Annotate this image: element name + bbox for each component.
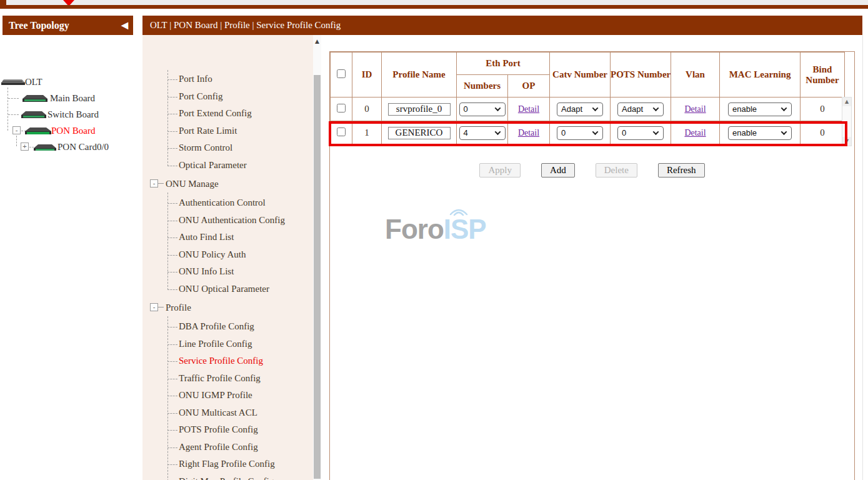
menu-item-dba-profile-config[interactable]: DBA Profile Config	[179, 321, 254, 332]
tree-node-switch-board[interactable]: Switch Board	[47, 109, 99, 120]
chevron-down-icon	[494, 105, 501, 111]
top-strip	[0, 0, 868, 5]
cell-id: 0	[352, 98, 382, 121]
menu-item-auto-find-list[interactable]: Auto Find List	[179, 232, 234, 242]
select-all-checkbox[interactable]	[337, 69, 346, 78]
menu-item-digit-map-profile-config[interactable]: Digit Map Profile Config	[179, 476, 274, 480]
profile-name-input[interactable]	[388, 103, 451, 116]
top-strip-accent	[0, 0, 6, 5]
board-device-icon	[21, 110, 46, 119]
tree-topology-title: Tree Topology	[9, 20, 69, 31]
menu-item-onu-policy-auth[interactable]: ONU Policy Auth	[179, 249, 246, 260]
col-header-bind-number: Bind Number	[801, 52, 845, 98]
breadcrumb: OLT | PON Board | Profile | Service Prof…	[142, 16, 862, 35]
menu-item-onu-igmp-profile[interactable]: ONU IGMP Profile	[179, 390, 252, 401]
apply-button[interactable]: Apply	[479, 163, 521, 178]
menu-item-storm-control[interactable]: Storm Control	[179, 142, 232, 153]
menu-item-port-extend-config[interactable]: Port Extend Config	[179, 108, 252, 119]
menu-node-profile[interactable]: Profile	[166, 302, 191, 313]
table-row: 0 0 Detail Adapt Adapt Detail enable 0	[331, 98, 845, 121]
panel-collapse-icon[interactable]: ◀	[121, 16, 128, 35]
row-checkbox[interactable]	[337, 104, 346, 112]
menu-item-port-rate-limit[interactable]: Port Rate Limit	[179, 126, 237, 136]
device-tree: OLT Main Board Switch Board - PON Board	[0, 35, 133, 480]
col-header-mac-learning: MAC Learning	[720, 52, 801, 98]
card-device-icon	[34, 142, 56, 151]
scrollbar-up-arrow-icon[interactable]: ▲	[842, 98, 851, 106]
olt-web-manager: Tree Topology ◀ OLT | PON Board | Profil…	[0, 0, 868, 480]
op-detail-link[interactable]: Detail	[518, 104, 539, 114]
menu-item-agent-profile-config[interactable]: Agent Profile Config	[179, 442, 258, 452]
col-header-numbers: Numbers	[457, 75, 508, 98]
menu-item-onu-authentication-config[interactable]: ONU Authentication Config	[179, 215, 285, 226]
menu-node-onu-manage[interactable]: ONU Manage	[166, 179, 219, 189]
menu-item-traffic-profile-config[interactable]: Traffic Profile Config	[179, 373, 261, 384]
function-menu: Port Info Port Config Port Extend Config…	[142, 35, 321, 480]
menu-scrollbar[interactable]: ▲	[313, 35, 321, 480]
tree-connector	[16, 136, 17, 146]
mac-learning-select[interactable]: enable	[728, 102, 792, 116]
menu-item-optical-parameter[interactable]: Optical Parameter	[179, 160, 247, 171]
top-divider-bar	[0, 5, 868, 9]
chevron-down-icon	[592, 105, 599, 111]
tree-node-olt[interactable]: OLT	[25, 77, 42, 88]
menu-item-pots-profile-config[interactable]: POTS Profile Config	[179, 424, 258, 435]
foroisp-watermark: ForoISP	[385, 214, 486, 245]
chevron-down-icon	[653, 105, 659, 111]
col-header-op: OP	[508, 75, 550, 98]
menu-item-line-profile-config[interactable]: Line Profile Config	[179, 339, 252, 349]
tree-topology-header: Tree Topology ◀	[2, 16, 133, 35]
add-button[interactable]: Add	[541, 163, 575, 178]
menu-item-onu-multicast-acl[interactable]: ONU Multicast ACL	[179, 408, 257, 418]
col-header-eth-port: Eth Port	[457, 52, 550, 75]
menu-scrollbar-thumb[interactable]	[314, 75, 321, 479]
tree-connector	[8, 114, 19, 115]
menu-expander-onu-manage[interactable]: -	[150, 179, 158, 188]
menu-item-right-flag-profile-config[interactable]: Right Flag Profile Config	[179, 459, 275, 469]
menu-expander-profile[interactable]: -	[150, 303, 158, 311]
refresh-button[interactable]: Refresh	[658, 163, 705, 178]
tree-expander-plus[interactable]: +	[21, 142, 29, 151]
table-actions: Apply Add Delete Refresh	[329, 163, 855, 178]
cell-bind-number: 0	[801, 98, 845, 121]
scrollbar-up-arrow-icon[interactable]: ▲	[313, 37, 321, 46]
col-header-pots-number: POTS Number	[611, 52, 671, 98]
catv-select[interactable]: Adapt	[557, 102, 603, 116]
vlan-detail-link[interactable]: Detail	[684, 104, 706, 114]
tree-connector	[7, 88, 8, 131]
tree-node-main-board[interactable]: Main Board	[50, 93, 95, 104]
tree-connector	[29, 147, 34, 148]
col-header-catv-number: Catv Number	[550, 52, 611, 98]
col-header-vlan: Vlan	[671, 52, 720, 98]
numbers-select[interactable]: 0	[459, 102, 506, 116]
tree-connector	[8, 98, 19, 99]
tree-node-pon-board[interactable]: PON Board	[51, 126, 95, 136]
chevron-down-icon	[781, 105, 787, 111]
antenna-waves-icon	[446, 204, 473, 217]
pots-select[interactable]: Adapt	[617, 102, 664, 116]
board-device-icon	[22, 94, 47, 102]
menu-item-onu-info-list[interactable]: ONU Info List	[179, 266, 234, 277]
service-profile-panel: ID Profile Name Eth Port Catv Number POT…	[329, 51, 855, 480]
menu-item-port-info[interactable]: Port Info	[179, 74, 212, 84]
tree-expander-minus[interactable]: -	[12, 126, 21, 134]
breadcrumb-text: OLT | PON Board | Profile | Service Prof…	[150, 20, 341, 30]
header-select-all	[331, 52, 352, 98]
olt-device-icon	[1, 78, 25, 86]
menu-item-onu-optical-parameter[interactable]: ONU Optical Parameter	[179, 284, 269, 294]
col-header-id: ID	[352, 52, 382, 98]
col-header-profile-name: Profile Name	[382, 52, 457, 98]
menu-item-port-config[interactable]: Port Config	[179, 91, 222, 102]
board-device-icon	[25, 126, 51, 135]
delete-button[interactable]: Delete	[596, 163, 637, 178]
tree-node-pon-card[interactable]: PON Card0/0	[57, 142, 109, 152]
content-right-edge	[862, 35, 863, 480]
menu-item-authentication-control[interactable]: Authentication Control	[179, 198, 266, 208]
highlight-annotation	[329, 121, 847, 146]
menu-item-service-profile-config[interactable]: Service Profile Config	[179, 356, 263, 366]
